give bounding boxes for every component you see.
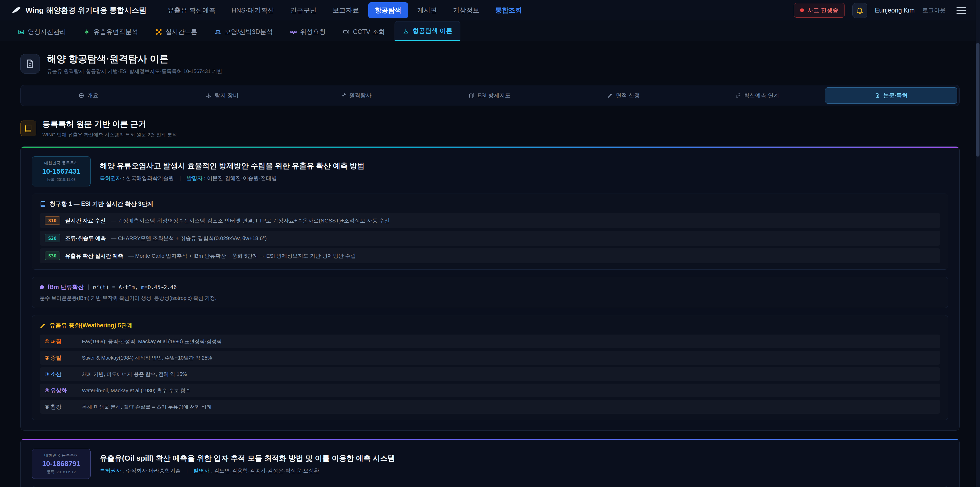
tab-pollution-ship-3d[interactable]: 오염/선박3D분석 bbox=[207, 22, 280, 41]
patent-meta: 특허권자 : 한국해양과학기술원 | 발명자 : 이문진·김혜진·이승원·전태병 bbox=[100, 175, 365, 182]
nav-item-board[interactable]: 게시판 bbox=[410, 2, 444, 18]
brand-name: Wing bbox=[25, 6, 44, 14]
tab-prediction-link[interactable]: 확산예측 연계 bbox=[691, 87, 823, 104]
section-subtitle: WING 탑재 유출유 확산예측 시스템의 특허 원문 2건 전체 분석 bbox=[42, 131, 177, 138]
globe-icon bbox=[79, 93, 84, 98]
app-logo: Wing해양환경 위기대응 통합시스템 bbox=[11, 5, 146, 16]
app-title: Wing해양환경 위기대응 통합시스템 bbox=[25, 5, 146, 16]
patent-meta: 특허권자 : 주식회사 아라종합기술 | 발명자 : 김도연·김용혁·김종기·김… bbox=[100, 467, 395, 474]
document-icon bbox=[21, 54, 40, 73]
nav-item-integrated-view[interactable]: 통합조회 bbox=[489, 2, 528, 18]
patent-inventors: 김도연·김용혁·김종기·김성은·박상윤·오정환 bbox=[214, 468, 319, 473]
section-title: 등록특허 원문 기반 이론 근거 bbox=[42, 119, 177, 129]
weathering-row: ⑤ 침강 용해·미생물 분해, 질량 손실률 = 초기 누유량에 선형 비례 bbox=[40, 400, 940, 414]
main-content: 해양 항공탐색·원격탐사 이론 유출유 원격탐지·항공감시 기법·ESI 방제정… bbox=[0, 42, 980, 487]
tab-cctv-view[interactable]: CCTV 조회 bbox=[335, 22, 393, 41]
incident-status-badge: 사고 진행중 bbox=[794, 3, 845, 18]
purple-dot-icon bbox=[40, 285, 44, 289]
tab-remote-sensing[interactable]: 원격탐사 bbox=[290, 87, 422, 104]
incident-dot-icon bbox=[800, 8, 804, 12]
tab-realtime-drone[interactable]: 실시간드론 bbox=[148, 22, 205, 41]
image-icon bbox=[18, 29, 24, 35]
system-name: 해양환경 위기대응 통합시스템 bbox=[46, 6, 146, 14]
patent-holder: 주식회사 아라종합기술 bbox=[126, 468, 181, 473]
claim-row: S10 실시간 자료 수신 — 기상예측시스템·위성영상수신시스템·검조소 인터… bbox=[40, 213, 940, 228]
tab-image-management[interactable]: 영상사진관리 bbox=[10, 22, 74, 41]
ship-icon bbox=[215, 29, 221, 35]
weathering-row: ② 증발 Stiver & Mackay(1984) 해석적 방법, 수일~10… bbox=[40, 351, 940, 365]
user-name: Eunjeong Kim bbox=[875, 6, 915, 14]
cctv-camera-icon bbox=[343, 29, 350, 35]
s30-badge: S30 bbox=[45, 252, 60, 260]
claim-row: S20 조류·취송류 예측 — CHARRY모델 조화분석 + 취송류 경험식(… bbox=[40, 231, 940, 246]
bell-icon bbox=[856, 6, 864, 14]
topbar-right: 사고 진행중 Eunjeong Kim 로그아웃 bbox=[794, 3, 969, 18]
wing-logo-icon bbox=[11, 5, 21, 16]
fbm-description: 분수 브라운운동(fBm) 기반 무작위 확산거리 생성, 등방성(isotro… bbox=[40, 295, 940, 302]
nav-item-hns-atmospheric[interactable]: HNS·대기확산 bbox=[225, 2, 281, 18]
patent-title: 유출유(Oil spill) 확산 예측을 위한 입자 추적 모듈 최적화 방법… bbox=[100, 453, 395, 463]
scrollbar-thumb[interactable] bbox=[976, 43, 980, 156]
subnav: 영상사진관리 유출유면적분석 실시간드론 오염/선박3D분석 위성요청 CCTV… bbox=[0, 21, 980, 42]
scrollbar-track[interactable] bbox=[976, 0, 980, 487]
tab-oil-area-analysis[interactable]: 유출유면적분석 bbox=[76, 22, 146, 41]
claim-title: 청구항 1 — ESI 기반 실시간 확산 3단계 bbox=[49, 200, 153, 208]
patent-number-badge: 대한민국 등록특허 10-1567431 등록: 2015.11.03 bbox=[32, 156, 91, 187]
menu-button[interactable] bbox=[953, 4, 969, 17]
page-header: 해양 항공탐색·원격탐사 이론 유출유 원격탐지·항공감시 기법·ESI 방제정… bbox=[21, 53, 959, 75]
claim-row: S30 유출유 확산 실시간 예측 — Monte Carlo 입자추적 + f… bbox=[40, 248, 940, 263]
weathering-row: ③ 소산 쇄파 기반, 파도에너지·용존 함수, 전체 약 15% bbox=[40, 367, 940, 381]
patent-holder: 한국해양과학기술원 bbox=[126, 175, 174, 181]
logout-button[interactable]: 로그아웃 bbox=[922, 6, 946, 14]
tab-overview[interactable]: 개요 bbox=[23, 87, 154, 104]
book-icon bbox=[40, 201, 46, 207]
page-title: 해양 항공탐색·원격탐사 이론 bbox=[47, 53, 222, 65]
weathering-row: ① 퍼짐 Fay(1969): 중력-관성력, Mackay et al.(19… bbox=[40, 335, 940, 348]
pencil-icon bbox=[40, 323, 46, 329]
tab-area-calculation[interactable]: 면적 산정 bbox=[558, 87, 689, 104]
analysis-icon bbox=[83, 29, 90, 35]
section-header: 등록특허 원문 기반 이론 근거 WING 탑재 유출유 확산예측 시스템의 특… bbox=[21, 119, 959, 138]
paper-icon bbox=[875, 93, 880, 98]
weathering-panel: 유출유 풍화(Weathering) 5단계 ① 퍼짐 Fay(1969): 중… bbox=[32, 315, 948, 420]
patent-reg-date: 등록: 2018.06.12 bbox=[39, 469, 84, 474]
tab-aerial-theory[interactable]: 항공탐색 이론 bbox=[395, 21, 460, 41]
topbar: Wing해양환경 위기대응 통합시스템 유출유 확산예측 HNS·대기확산 긴급… bbox=[0, 0, 980, 21]
s10-badge: S10 bbox=[45, 216, 60, 225]
weathering-row: ④ 유상화 Water-in-oil, Mackay et al.(1980) … bbox=[40, 383, 940, 398]
nav-item-aerial-search[interactable]: 항공탐색 bbox=[368, 2, 408, 18]
s20-badge: S20 bbox=[45, 234, 60, 242]
map-icon bbox=[469, 93, 474, 98]
claim-panel: 청구항 1 — ESI 기반 실시간 확산 3단계 S10 실시간 자료 수신 … bbox=[32, 193, 948, 270]
nav-item-reports[interactable]: 보고자료 bbox=[326, 2, 366, 18]
patent-title: 해양 유류오염사고 발생시 효율적인 방제방안 수립을 위한 유출유 확산 예측… bbox=[100, 161, 365, 171]
book-icon bbox=[21, 121, 36, 136]
nav-item-oil-spill-prediction[interactable]: 유출유 확산예측 bbox=[161, 2, 222, 18]
main-nav: 유출유 확산예측 HNS·대기확산 긴급구난 보고자료 항공탐색 게시판 기상정… bbox=[161, 2, 528, 18]
tab-papers-patents[interactable]: 논문·특허 bbox=[825, 87, 957, 104]
fbm-formula: σ²(t) = A·t^m, m=0.45~2.46 bbox=[93, 284, 177, 291]
link-icon bbox=[735, 93, 741, 98]
patent-number: 10-1567431 bbox=[39, 167, 84, 176]
patent-number-badge: 대한민국 등록특허 10-1868791 등록: 2018.06.12 bbox=[32, 449, 91, 479]
patent-card-1: 대한민국 등록특허 10-1567431 등록: 2015.11.03 해양 유… bbox=[21, 146, 959, 431]
nav-item-weather-info[interactable]: 기상정보 bbox=[446, 2, 486, 18]
tab-satellite-request[interactable]: 위성요청 bbox=[283, 22, 333, 41]
pencil-icon bbox=[607, 93, 613, 98]
notification-bell-button[interactable] bbox=[853, 3, 867, 18]
fbm-title: fBm 난류확산 bbox=[48, 283, 84, 291]
tab-esi-map[interactable]: ESI 방제지도 bbox=[424, 87, 555, 104]
page-subtitle: 유출유 원격탐지·항공감시 기법·ESI 방제정보지도·등록특허 10-1567… bbox=[47, 68, 222, 75]
theory-tab-bar: 개요 탐지 장비 원격탐사 ESI 방제지도 면적 산정 확산예측 연계 논문·… bbox=[21, 85, 959, 106]
hamburger-icon bbox=[956, 7, 966, 8]
nav-item-emergency-rescue[interactable]: 긴급구난 bbox=[283, 2, 323, 18]
patent-reg-date: 등록: 2015.11.03 bbox=[39, 177, 84, 182]
theory-icon bbox=[402, 27, 409, 34]
plane-icon bbox=[206, 93, 212, 98]
weathering-title: 유출유 풍화(Weathering) 5단계 bbox=[49, 321, 133, 329]
satellite-icon bbox=[290, 29, 297, 35]
fbm-panel: fBm 난류확산 | σ²(t) = A·t^m, m=0.45~2.46 분수… bbox=[32, 277, 948, 308]
radar-icon bbox=[340, 93, 346, 98]
tab-detection-equipment[interactable]: 탐지 장비 bbox=[156, 87, 288, 104]
drone-icon bbox=[156, 29, 162, 35]
